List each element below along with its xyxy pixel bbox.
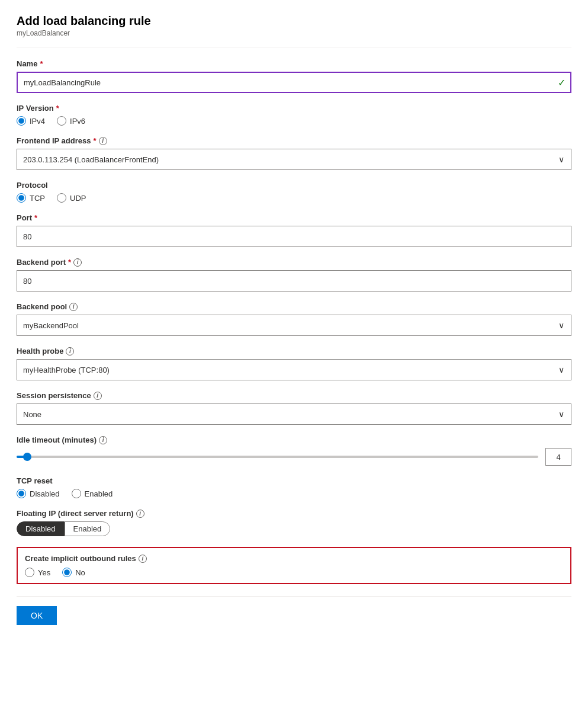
implicit-outbound-section: Create implicit outbound rules i Yes No <box>17 547 571 584</box>
tcp-reset-enabled-label: Enabled <box>85 489 113 498</box>
idle-timeout-group: Idle timeout (minutes) i 4 <box>17 435 571 466</box>
title-divider <box>17 47 571 47</box>
page-subtitle: myLoadBalancer <box>17 29 571 37</box>
ip-version-ipv6-radio[interactable] <box>57 116 66 126</box>
tcp-reset-radio-group: Disabled Enabled <box>17 489 571 498</box>
frontend-ip-info-icon[interactable]: i <box>99 137 107 145</box>
backend-port-group: Backend port * i <box>17 258 571 292</box>
health-probe-info-icon[interactable]: i <box>66 347 74 356</box>
tcp-reset-disabled-label: Disabled <box>30 489 60 498</box>
idle-timeout-info-icon[interactable]: i <box>99 436 107 444</box>
health-probe-select-wrapper: myHealthProbe (TCP:80) <box>17 359 571 380</box>
floating-ip-group: Floating IP (direct server return) i Dis… <box>17 509 571 536</box>
session-persistence-select[interactable]: None <box>17 403 571 425</box>
backend-port-required: * <box>68 258 71 267</box>
implicit-outbound-info-icon[interactable]: i <box>139 555 147 563</box>
name-required: * <box>40 59 43 68</box>
protocol-radio-group: TCP UDP <box>17 193 571 203</box>
implicit-outbound-no-label: No <box>75 568 85 577</box>
health-probe-select[interactable]: myHealthProbe (TCP:80) <box>17 359 571 380</box>
implicit-outbound-label: Create implicit outbound rules i <box>25 554 563 563</box>
floating-ip-enabled-button[interactable]: Enabled <box>65 521 111 536</box>
floating-ip-label: Floating IP (direct server return) i <box>17 509 571 518</box>
ip-version-ipv4-item[interactable]: IPv4 <box>17 116 45 126</box>
port-required: * <box>34 213 37 222</box>
floating-ip-toggle: Disabled Enabled <box>17 521 110 536</box>
session-persistence-info-icon[interactable]: i <box>94 392 102 400</box>
implicit-outbound-yes-label: Yes <box>38 568 50 577</box>
backend-pool-info-icon[interactable]: i <box>69 303 78 311</box>
bottom-divider <box>17 596 571 597</box>
tcp-reset-enabled-item[interactable]: Enabled <box>72 489 113 498</box>
name-input-wrapper: ✓ <box>17 72 571 93</box>
name-input[interactable] <box>17 72 571 93</box>
page-title: Add load balancing rule <box>17 14 571 28</box>
idle-timeout-slider-track <box>17 456 538 458</box>
idle-timeout-slider-container: 4 <box>17 448 571 466</box>
implicit-outbound-yes-radio[interactable] <box>25 568 34 577</box>
backend-pool-label: Backend pool i <box>17 302 571 311</box>
port-label: Port * <box>17 213 571 222</box>
ip-version-ipv6-item[interactable]: IPv6 <box>57 116 85 126</box>
floating-ip-disabled-button[interactable]: Disabled <box>17 521 65 536</box>
protocol-udp-label: UDP <box>70 194 86 203</box>
name-label: Name * <box>17 59 571 68</box>
floating-ip-toggle-group: Disabled Enabled <box>17 521 571 536</box>
ip-version-group: IP Version * IPv4 IPv6 <box>17 104 571 126</box>
backend-pool-select-wrapper: myBackendPool <box>17 315 571 336</box>
implicit-outbound-radio-group: Yes No <box>25 568 563 577</box>
frontend-ip-group: Frontend IP address * i 203.0.113.254 (L… <box>17 136 571 170</box>
protocol-label: Protocol <box>17 181 571 190</box>
ip-version-ipv4-radio[interactable] <box>17 116 26 126</box>
ip-version-required: * <box>56 104 59 113</box>
tcp-reset-disabled-item[interactable]: Disabled <box>17 489 60 498</box>
tcp-reset-label: TCP reset <box>17 476 571 485</box>
tcp-reset-group: TCP reset Disabled Enabled <box>17 476 571 498</box>
name-valid-icon: ✓ <box>558 77 565 88</box>
ip-version-ipv6-label: IPv6 <box>70 117 85 126</box>
backend-port-info-icon[interactable]: i <box>73 258 82 267</box>
backend-pool-group: Backend pool i myBackendPool <box>17 302 571 336</box>
backend-port-input[interactable] <box>17 270 571 292</box>
floating-ip-info-icon[interactable]: i <box>136 510 144 518</box>
protocol-tcp-radio[interactable] <box>17 193 26 203</box>
frontend-ip-required: * <box>93 136 96 145</box>
idle-timeout-slider-thumb[interactable] <box>23 453 31 461</box>
idle-timeout-label: Idle timeout (minutes) i <box>17 435 571 444</box>
backend-port-label: Backend port * i <box>17 258 571 267</box>
idle-timeout-value: 4 <box>545 448 571 466</box>
port-input[interactable] <box>17 226 571 247</box>
frontend-ip-select[interactable]: 203.0.113.254 (LoadBalancerFrontEnd) <box>17 149 571 170</box>
protocol-tcp-label: TCP <box>30 194 45 203</box>
ip-version-label: IP Version * <box>17 104 571 113</box>
port-group: Port * <box>17 213 571 247</box>
ip-version-radio-group: IPv4 IPv6 <box>17 116 571 126</box>
tcp-reset-disabled-radio[interactable] <box>17 489 26 498</box>
implicit-outbound-no-item[interactable]: No <box>62 568 85 577</box>
health-probe-label: Health probe i <box>17 347 571 356</box>
session-persistence-select-wrapper: None <box>17 403 571 425</box>
session-persistence-label: Session persistence i <box>17 391 571 400</box>
name-field-group: Name * ✓ <box>17 59 571 93</box>
implicit-outbound-no-radio[interactable] <box>62 568 72 577</box>
protocol-udp-radio[interactable] <box>57 193 66 203</box>
frontend-ip-select-wrapper: 203.0.113.254 (LoadBalancerFrontEnd) <box>17 149 571 170</box>
session-persistence-group: Session persistence i None <box>17 391 571 425</box>
implicit-outbound-yes-item[interactable]: Yes <box>25 568 50 577</box>
ip-version-ipv4-label: IPv4 <box>30 117 45 126</box>
frontend-ip-label: Frontend IP address * i <box>17 136 571 145</box>
protocol-group: Protocol TCP UDP <box>17 181 571 203</box>
backend-pool-select[interactable]: myBackendPool <box>17 315 571 336</box>
tcp-reset-enabled-radio[interactable] <box>72 489 81 498</box>
health-probe-group: Health probe i myHealthProbe (TCP:80) <box>17 347 571 380</box>
protocol-udp-item[interactable]: UDP <box>57 193 86 203</box>
ok-button[interactable]: OK <box>17 606 57 625</box>
protocol-tcp-item[interactable]: TCP <box>17 193 45 203</box>
